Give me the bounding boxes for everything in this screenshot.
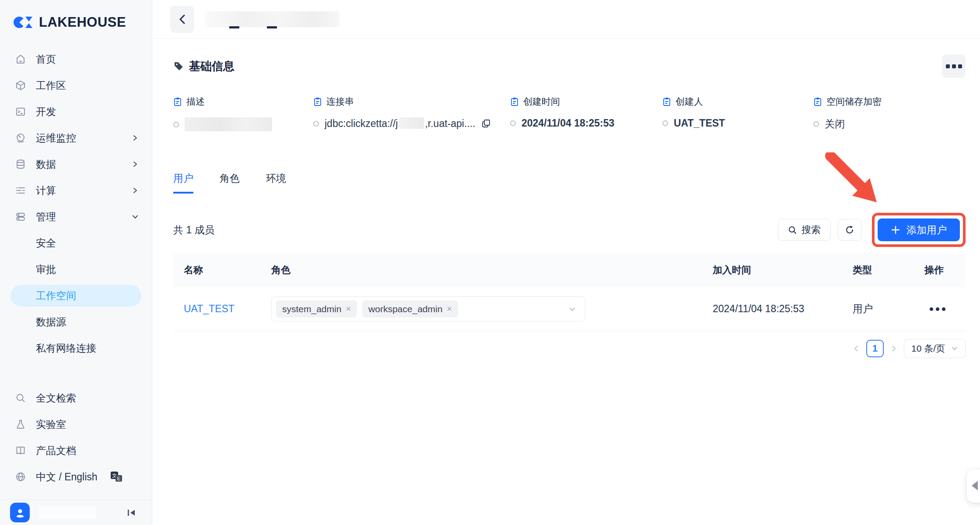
- type-cell: 用户: [853, 302, 924, 316]
- chevron-down-icon: [132, 213, 139, 220]
- table-header-row: 名称 角色 加入时间 类型 操作: [173, 253, 966, 287]
- plus-icon: [891, 225, 900, 235]
- annotation-highlight-box: 添加用户: [872, 213, 966, 247]
- database-icon: [15, 159, 26, 170]
- remove-role-icon[interactable]: ×: [447, 304, 452, 314]
- username-redacted: [38, 506, 96, 519]
- member-name-link[interactable]: UAT_TEST: [184, 303, 271, 315]
- svg-text:E: E: [117, 476, 120, 481]
- tab-environment[interactable]: 环境: [266, 172, 286, 194]
- column-header-role: 角色: [271, 264, 713, 277]
- field-label: 描述: [186, 95, 205, 108]
- sidebar-footer: [0, 500, 152, 525]
- search-button[interactable]: 搜索: [778, 219, 831, 241]
- sidebar-subitem-label: 安全: [10, 233, 141, 254]
- sidebar-item-label: 工作区: [36, 79, 66, 92]
- book-icon: [15, 445, 26, 456]
- clipboard-icon: [813, 97, 822, 106]
- sidebar-bottom-nav: 全文检索 实验室 产品文档 中文 / English 文: [0, 385, 152, 500]
- sidebar-item-ops-monitoring[interactable]: 运维监控: [0, 125, 152, 151]
- home-icon: [15, 53, 26, 65]
- field-label: 空间储存加密: [826, 95, 882, 108]
- bullet-icon: [510, 120, 516, 126]
- encryption-value: 关闭: [825, 117, 845, 131]
- sidebar-item-compute[interactable]: 计算: [0, 177, 152, 204]
- search-button-label: 搜索: [802, 223, 821, 236]
- sidebar-item-workspace[interactable]: 工作区: [0, 72, 152, 99]
- sidebar-item-label: 全文检索: [36, 391, 76, 405]
- sidebar-item-label: 开发: [36, 105, 56, 119]
- chevron-down-icon: [568, 305, 576, 313]
- sidebar-item-label: 管理: [36, 210, 56, 224]
- sidebar-item-language-switch[interactable]: 中文 / English 文E: [0, 464, 152, 490]
- sidebar-item-approval[interactable]: 审批: [0, 256, 152, 282]
- section-more-button[interactable]: [942, 54, 966, 78]
- search-icon: [788, 226, 797, 235]
- column-header-name: 名称: [184, 264, 271, 277]
- sidebar-item-label: 数据: [36, 158, 56, 171]
- sidebar-item-fulltext-search[interactable]: 全文检索: [0, 385, 152, 411]
- sidebar-item-home[interactable]: 首页: [0, 46, 152, 72]
- sidebar-item-data[interactable]: 数据: [0, 151, 152, 177]
- field-label: 连接串: [326, 95, 354, 108]
- sidebar-item-label: 产品文档: [36, 444, 76, 458]
- clipboard-icon: [510, 97, 519, 106]
- basic-info-header: 基础信息: [173, 54, 966, 78]
- page-number-button[interactable]: 1: [866, 340, 884, 357]
- sidebar-subitem-label: 数据源: [10, 311, 141, 333]
- app-window: LAKEHOUSE 首页 工作区 开发: [0, 0, 980, 525]
- remove-role-icon[interactable]: ×: [346, 304, 351, 314]
- workspace-title-redacted: [205, 11, 340, 27]
- translate-icon: 文E: [110, 471, 123, 483]
- clipboard-icon: [313, 97, 322, 106]
- sidebar-item-lab[interactable]: 实验室: [0, 411, 152, 437]
- main-content: 基础信息 描述: [152, 54, 980, 358]
- join-time-cell: 2024/11/04 18:25:53: [713, 303, 853, 315]
- triangle-left-icon: [972, 481, 978, 490]
- sidebar-item-label: 实验室: [36, 418, 66, 431]
- sidebar-item-datasource[interactable]: 数据源: [0, 309, 152, 335]
- compute-icon: [15, 185, 26, 196]
- sidebar-item-label: 计算: [36, 184, 56, 197]
- back-button[interactable]: [170, 6, 194, 33]
- sidebar-item-manage[interactable]: 管理: [0, 204, 152, 230]
- creator-value: UAT_TEST: [674, 117, 725, 129]
- tab-users[interactable]: 用户: [173, 172, 193, 194]
- sidebar-item-label: 中文 / English: [36, 470, 98, 484]
- tag-icon: [173, 61, 184, 71]
- tab-roles[interactable]: 角色: [220, 172, 240, 194]
- flask-icon: [15, 419, 26, 430]
- clipboard-icon: [662, 97, 671, 106]
- terminal-icon: [15, 106, 26, 117]
- page-size-label: 10 条/页: [911, 342, 945, 355]
- sidebar: LAKEHOUSE 首页 工作区 开发: [0, 0, 152, 525]
- prev-page-icon[interactable]: [852, 345, 860, 352]
- role-multiselect[interactable]: system_admin × workspace_admin ×: [271, 296, 585, 321]
- collapse-sidebar-icon[interactable]: [126, 507, 137, 518]
- sidebar-item-product-docs[interactable]: 产品文档: [0, 437, 152, 464]
- connection-string-value: jdbc:clickzetta://j,r.uat-api....: [325, 117, 476, 130]
- detail-tabs: 用户 角色 环境: [173, 172, 966, 194]
- field-created-time: 创建时间 2024/11/04 18:25:53: [510, 95, 662, 131]
- next-page-icon[interactable]: [890, 345, 898, 352]
- refresh-button[interactable]: [838, 219, 861, 241]
- user-avatar[interactable]: [10, 503, 30, 522]
- row-actions-button[interactable]: [924, 307, 955, 311]
- sidebar-item-private-network[interactable]: 私有网络连接: [0, 335, 152, 361]
- sidebar-subitem-label: 私有网络连接: [10, 338, 141, 359]
- panel-collapse-handle[interactable]: [967, 469, 980, 503]
- member-count: 共 1 成员: [173, 223, 215, 237]
- connection-redacted: [399, 117, 424, 129]
- cube-icon: [15, 80, 26, 91]
- bullet-icon: [313, 121, 319, 127]
- created-time-value: 2024/11/04 18:25:53: [522, 117, 614, 129]
- sidebar-item-label: 首页: [36, 53, 56, 66]
- chevron-right-icon: [132, 187, 139, 194]
- sidebar-item-develop[interactable]: 开发: [0, 99, 152, 125]
- copy-icon[interactable]: [481, 119, 491, 128]
- add-user-button[interactable]: 添加用户: [878, 218, 960, 241]
- sidebar-item-security[interactable]: 安全: [0, 230, 152, 256]
- page-size-select[interactable]: 10 条/页: [904, 339, 966, 358]
- search-icon: [15, 392, 26, 404]
- sidebar-item-workspace-space[interactable]: 工作空间: [0, 282, 152, 309]
